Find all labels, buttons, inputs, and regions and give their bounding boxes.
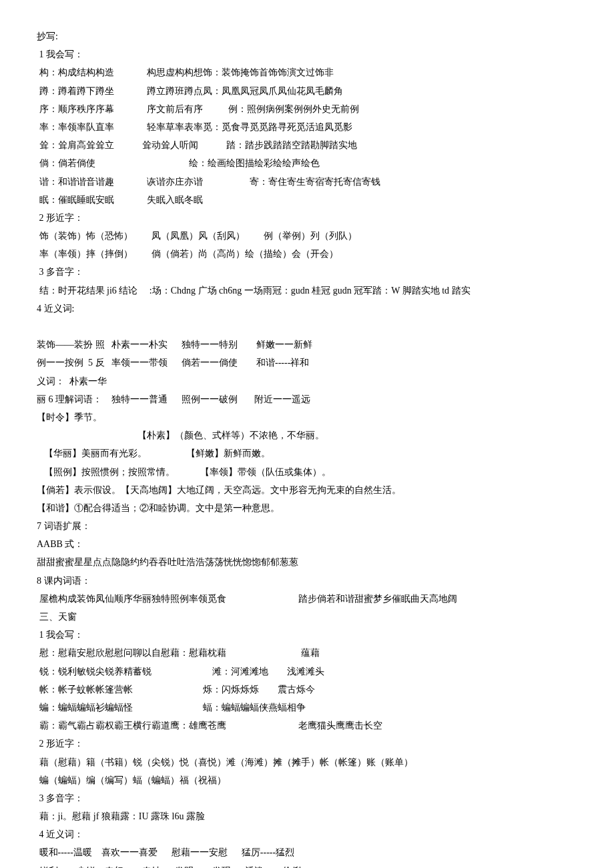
- text-line: 结：时开花结果 ji6 结论 :场：Chdng 广场 ch6ng 一场雨冠：gu…: [37, 282, 577, 299]
- text-line: 锐：锐利敏锐尖锐养精蓄锐 滩：河滩滩地 浅滩滩头: [37, 663, 577, 680]
- text-line: 丽 6 理解词语： 独特一一普通 照例一一破例 附近一一遥远: [37, 391, 577, 408]
- text-line: 蹲：蹲着蹲下蹲坐 蹲立蹲班蹲点凤：凤凰凤冠凤爪凤仙花凤毛麟角: [37, 83, 577, 99]
- text-line: 慰：慰藉安慰欣慰慰问聊以自慰藉：慰藉枕藉 蕴藉: [37, 644, 577, 661]
- text-line: 4 近义词：: [37, 826, 577, 843]
- text-line: 帐：帐子蚊帐帐篷营帐 烁：闪烁烁烁 震古烁今: [37, 681, 577, 698]
- text-line: 例一一按例 5 反 率领一一带领 倘若一一倘使 和谐-----祥和: [37, 354, 577, 371]
- text-line: 【时令】季节。: [37, 409, 577, 426]
- text-line: 耸：耸肩高耸耸立 耸动耸人听闻 踏：踏步践踏踏空踏勘脚踏实地: [37, 137, 577, 153]
- text-line: 【朴素】（颜色、式样等）不浓艳，不华丽。: [37, 427, 577, 444]
- text-line: 锐利——尖锐 奇幻一一奇妙 发明一一发现 活泼一一伶俐: [37, 863, 577, 868]
- text-line: 霸：霸气霸占霸权霸王横行霸道鹰：雄鹰苍鹰 老鹰猫头鹰鹰击长空: [37, 717, 577, 734]
- text-line: 蝙：蝙蝠蝙蝠衫蝙蝠怪 蝠：蝙蝠蝙蝠侠燕蝠相争: [37, 699, 577, 716]
- text-line: 藉：ji。慰藉 jf 狼藉露：IU 露珠 l6u 露脸: [37, 808, 577, 825]
- text-line: 藉（慰藉）籍（书籍）锐（尖锐）悦（喜悦）滩（海滩）摊（摊手）帐（帐篷）账（账单）: [37, 754, 577, 771]
- text-line: 屋檐构成装饰凤仙顺序华丽独特照例率领觅食 踏步倘若和谐甜蜜梦乡催眠曲天高地阔: [37, 590, 577, 607]
- text-line: 【倘若】表示假设。【天高地阔】大地辽阔，天空高远。文中形容无拘无束的自然生活。: [37, 482, 577, 498]
- text-line: 暖和-----温暖 喜欢一一喜爱 慰藉一一安慰 猛厉-----猛烈: [37, 844, 577, 861]
- text-line: 【华丽】美丽而有光彩。 【鲜嫩】新鲜而嫩。: [37, 445, 577, 462]
- text-line: 三、天窗: [37, 608, 577, 625]
- text-line: [37, 318, 577, 335]
- text-line: 装饰——装扮 照 朴素一一朴实 独特一一特别 鲜嫩一一新鲜: [37, 336, 577, 353]
- text-line: 构：构成结构构造 构思虚构构想饰：装饰掩饰首饰饰演文过饰非: [37, 64, 577, 81]
- text-line: 甜甜蜜蜜星星点点隐隐约约吞吞吐吐浩浩荡荡恍恍惚惚郁郁葱葱: [37, 554, 577, 570]
- text-line: 2 形近字：: [37, 735, 577, 752]
- text-line: 3 多音字：: [37, 790, 577, 807]
- text-line: 饰（装饰）怖（恐怖） 凤（凤凰）风（刮风） 例（举例）列（列队）: [37, 228, 577, 244]
- text-line: 率（率领）摔（摔倒） 倘（倘若）尚（高尚）绘（描绘）会（开会）: [37, 246, 577, 262]
- text-line: 1 我会写：: [37, 626, 577, 643]
- text-line: 序：顺序秩序序幕 序文前后有序 例：照例病例案例例外史无前例: [37, 101, 577, 117]
- text-line: 2 形近字：: [37, 209, 577, 226]
- text-line: 义词： 朴素一华: [37, 373, 577, 390]
- text-line: 眠：催眠睡眠安眠 失眠入眠冬眠: [37, 191, 577, 208]
- text-line: 谐：和谐谐音谐趣 诙谐亦庄亦谐 寄：寄住寄生寄宿寄托寄信寄钱: [37, 173, 577, 190]
- text-line: 3 多音字：: [37, 264, 577, 280]
- text-line: 【照例】按照惯例；按照常情。 【率领】带领（队伍或集体）。: [37, 464, 577, 480]
- text-line: 【和谐】①配合得适当；②和睦协调。文中是第一种意思。: [37, 500, 577, 516]
- text-line: 8 课内词语：: [37, 572, 577, 589]
- text-line: 抄写:: [37, 28, 577, 45]
- text-line: 7 词语扩展：: [37, 518, 577, 534]
- text-line: 1 我会写：: [37, 46, 577, 63]
- text-line: 率：率领率队直率 轻率草率表率觅：觅食寻觅觅路寻死觅活追凤觅影: [37, 119, 577, 135]
- text-line: AABB 式：: [37, 536, 577, 552]
- text-line: 蝙（蝙蝠）编（编写）蝠（蝙蝠）福（祝福）: [37, 772, 577, 789]
- text-line: 4 近义词:: [37, 300, 577, 317]
- text-line: 倘：倘若倘使 绘：绘画绘图描绘彩绘绘声绘色: [37, 155, 577, 171]
